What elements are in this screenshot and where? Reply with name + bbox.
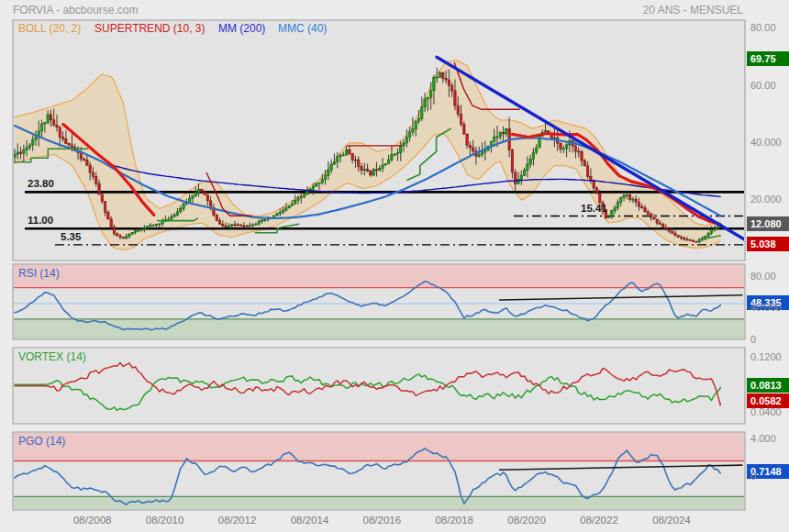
stock-chart-app: FORVIA - abcbourse.com 20 ANS - MENSUEL … bbox=[0, 0, 789, 532]
chart-plot-area[interactable] bbox=[0, 0, 789, 532]
